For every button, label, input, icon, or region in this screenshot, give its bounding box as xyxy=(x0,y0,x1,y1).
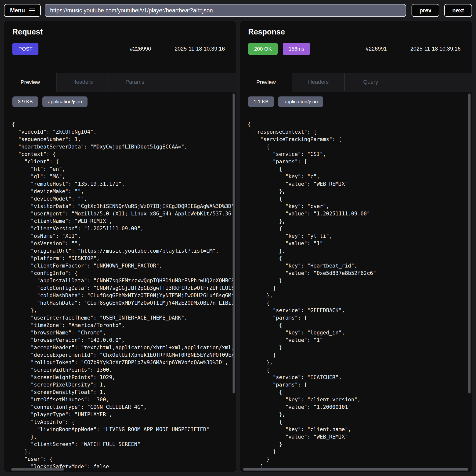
request-tabstrip: Preview Headers Params xyxy=(4,73,236,91)
request-vertical-scrollbar[interactable] xyxy=(233,93,235,393)
request-size-row: 3.9 KB application/json xyxy=(12,96,236,107)
hamburger-icon xyxy=(29,8,35,13)
panels-container: Request POST #226990 2025-11-18 10:39:16… xyxy=(4,21,472,472)
request-tabstrip-filler xyxy=(161,73,236,91)
response-id: #226991 xyxy=(366,46,387,52)
response-content-type-badge: application/json xyxy=(278,96,323,107)
response-meta-row: 200 OK 158ms #226991 2025-11-18 10:39:16 xyxy=(248,42,461,55)
toolbar: Menu https://music.youtube.com/youtubei/… xyxy=(4,4,472,17)
menu-button-label: Menu xyxy=(10,7,25,14)
request-json-body: { "videoId": "ZkCUfoNgIO4", "sequenceNum… xyxy=(12,121,233,468)
method-badge: POST xyxy=(12,43,38,55)
duration-badge: 158ms xyxy=(283,43,310,55)
response-size-badge: 1.1 KB xyxy=(248,96,274,107)
request-horizontal-scrollbar[interactable] xyxy=(11,468,64,471)
next-button[interactable]: next xyxy=(444,4,472,17)
request-body-area: 3.9 KB application/json { "videoId": "Zk… xyxy=(4,91,236,472)
response-tabstrip-filler xyxy=(397,73,472,91)
response-panel: Response 200 OK 158ms #226991 2025-11-18… xyxy=(240,21,472,472)
request-content-type-badge: application/json xyxy=(42,96,88,107)
response-size-row: 1.1 KB application/json xyxy=(248,96,472,107)
request-tab-headers[interactable]: Headers xyxy=(57,73,109,91)
request-json-clip: { "videoId": "ZkCUfoNgIO4", "sequenceNum… xyxy=(12,121,233,468)
request-size-badge: 3.9 KB xyxy=(12,96,38,107)
menu-button[interactable]: Menu xyxy=(4,4,41,17)
response-timestamp: 2025-11-18 10:39:16 xyxy=(410,46,461,52)
request-timestamp: 2025-11-18 10:39:16 xyxy=(175,46,225,52)
request-title: Request xyxy=(12,28,236,36)
url-input[interactable]: https://music.youtube.com/youtubei/v1/pl… xyxy=(45,4,406,17)
response-body-area: 1.1 KB application/json { "responseConte… xyxy=(240,91,472,472)
response-horizontal-scrollbar[interactable] xyxy=(243,468,468,471)
request-tab-preview[interactable]: Preview xyxy=(4,73,57,91)
response-tabstrip: Preview Headers Query xyxy=(240,73,472,91)
response-tab-headers[interactable]: Headers xyxy=(292,73,345,91)
response-json-body: { "responseContext": { "serviceTrackingP… xyxy=(248,121,469,468)
status-badge: 200 OK xyxy=(248,43,278,55)
request-id: #226990 xyxy=(130,46,151,52)
response-json-clip: { "responseContext": { "serviceTrackingP… xyxy=(248,121,469,468)
prev-button[interactable]: prev xyxy=(412,4,439,17)
response-vertical-scrollbar[interactable] xyxy=(468,93,471,393)
request-meta-row: POST #226990 2025-11-18 10:39:16 xyxy=(12,42,225,55)
request-tab-params[interactable]: Params xyxy=(109,73,161,91)
response-tab-preview[interactable]: Preview xyxy=(240,73,292,91)
request-panel: Request POST #226990 2025-11-18 10:39:16… xyxy=(4,21,236,472)
response-title: Response xyxy=(248,28,472,36)
response-tab-query[interactable]: Query xyxy=(345,73,397,91)
